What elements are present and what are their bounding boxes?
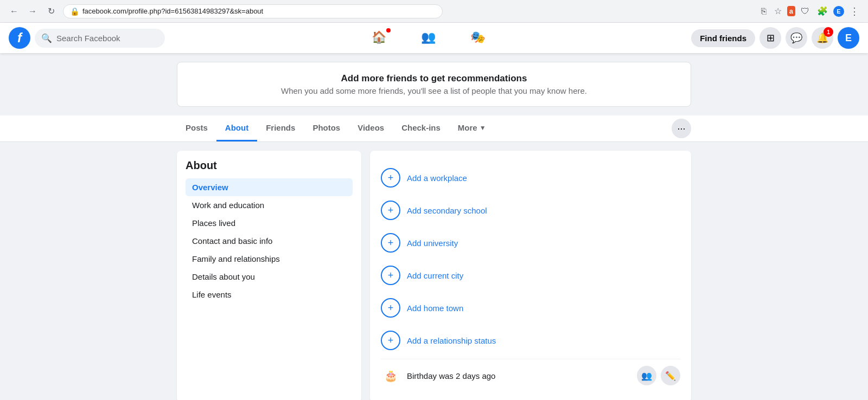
header-right: Find friends ⊞ 💬 🔔 1 E (691, 27, 859, 49)
home-notification-dot (386, 28, 391, 33)
find-friends-button[interactable]: Find friends (691, 29, 755, 47)
sidebar-item-details-about-you[interactable]: Details about you (186, 268, 353, 286)
birthday-edit-button[interactable]: ✏️ (661, 366, 680, 385)
profile-nav: Posts About Friends Photos Videos Check-… (0, 115, 868, 142)
browser-chrome: ← → ↻ 🔒 facebook.com/profile.php?id=6156… (0, 0, 868, 23)
plus-circle-icon: + (388, 205, 394, 215)
search-bar[interactable]: 🔍 (35, 29, 165, 48)
plus-circle-icon: + (388, 270, 394, 280)
back-button[interactable]: ← (7, 4, 22, 19)
about-sidebar: About Overview Work and education Places… (177, 151, 361, 400)
facebook-header: f 🔍 🏠 👥 🎭 Find friends ⊞ 💬 🔔 1 E (0, 23, 868, 53)
about-content: + Add a workplace + Add secondary school… (370, 151, 691, 400)
birthday-item: 🎂 Birthday was 2 days ago 👥 ✏️ (381, 359, 680, 392)
profile-nav-inner: Posts About Friends Photos Videos Check-… (168, 115, 700, 141)
url-text: facebook.com/profile.php?id=615638149832… (82, 7, 263, 15)
birthday-icon: 🎂 (381, 366, 400, 385)
add-workplace-item[interactable]: + Add a workplace (381, 162, 680, 194)
add-current-city-item[interactable]: + Add current city (381, 259, 680, 292)
tab-checkins[interactable]: Check-ins (393, 115, 449, 141)
sidebar-item-life-events[interactable]: Life events (186, 286, 353, 304)
cast-button[interactable]: ⎘ (759, 4, 769, 18)
add-workplace-icon: + (381, 168, 400, 188)
tab-friends[interactable]: Friends (257, 115, 304, 141)
sidebar-item-places-lived[interactable]: Places lived (186, 214, 353, 232)
people-icon: 👥 (641, 371, 652, 381)
add-relationship-icon: + (381, 331, 400, 350)
sidebar-item-contact-info[interactable]: Contact and basic info (186, 232, 353, 250)
home-icon: 🏠 (372, 30, 386, 44)
browser-nav: ← → ↻ (7, 4, 59, 19)
messenger-icon: 💬 (790, 32, 802, 44)
browser-actions: ⎘ ☆ a 🛡 🧩 E ⋮ (759, 3, 861, 20)
sidebar-item-work-education[interactable]: Work and education (186, 196, 353, 214)
dots-icon: ··· (677, 123, 685, 134)
add-relationship-label: Add a relationship status (407, 336, 496, 345)
plus-circle-icon: + (388, 173, 394, 183)
birthday-actions: 👥 ✏️ (637, 366, 680, 385)
refresh-button[interactable]: ↻ (43, 4, 59, 19)
tab-videos[interactable]: Videos (349, 115, 393, 141)
tab-photos[interactable]: Photos (304, 115, 349, 141)
profile-menu-button[interactable]: E (833, 6, 844, 17)
main-content: About Overview Work and education Places… (168, 151, 700, 400)
sidebar-item-family-relationships[interactable]: Family and relationships (186, 250, 353, 268)
plus-circle-icon: + (388, 303, 394, 313)
facebook-logo[interactable]: f (9, 27, 30, 49)
add-secondary-school-icon: + (381, 201, 400, 220)
birthday-text: Birthday was 2 days ago (407, 371, 630, 380)
recommendations-title: Add more friends to get recommendations (188, 73, 680, 84)
page-wrapper: Add more friends to get recommendations … (0, 53, 868, 400)
sidebar-item-overview[interactable]: Overview (186, 178, 353, 196)
add-current-city-icon: + (381, 266, 400, 285)
plus-circle-icon: + (388, 238, 394, 248)
add-relationship-item[interactable]: + Add a relationship status (381, 324, 680, 357)
chevron-down-icon: ▼ (480, 124, 486, 132)
puzzle-button[interactable]: 🧩 (815, 4, 830, 18)
add-secondary-school-item[interactable]: + Add secondary school (381, 194, 680, 227)
forward-button[interactable]: → (25, 4, 40, 19)
about-title: About (186, 159, 353, 172)
plus-circle-icon: + (388, 336, 394, 345)
add-secondary-school-label: Add secondary school (407, 206, 487, 215)
watch-icon: 🎭 (470, 30, 485, 44)
add-university-icon: + (381, 233, 400, 253)
add-current-city-label: Add current city (407, 271, 463, 280)
recommendations-subtitle: When you add some more friends, you'll s… (188, 86, 680, 95)
user-avatar[interactable]: E (838, 27, 859, 49)
nav-center: 🏠 👥 🎭 (169, 26, 687, 50)
tab-about[interactable]: About (216, 115, 257, 141)
tab-posts[interactable]: Posts (177, 115, 216, 141)
home-nav-button[interactable]: 🏠 (354, 26, 404, 50)
extensions-button[interactable]: a (787, 6, 795, 16)
grid-icon: ⊞ (767, 32, 775, 44)
add-home-town-icon: + (381, 298, 400, 318)
add-university-item[interactable]: + Add university (381, 227, 680, 259)
tab-more[interactable]: More ▼ (449, 115, 495, 141)
notifications-button[interactable]: 🔔 1 (812, 27, 833, 49)
bookmark-button[interactable]: ☆ (772, 4, 784, 18)
add-home-town-item[interactable]: + Add home town (381, 292, 680, 324)
birthday-audience-button[interactable]: 👥 (637, 366, 656, 385)
shield-button[interactable]: 🛡 (799, 4, 812, 18)
address-bar[interactable]: 🔒 facebook.com/profile.php?id=6156381498… (63, 4, 443, 18)
watch-nav-button[interactable]: 🎭 (453, 26, 502, 50)
notification-badge: 1 (824, 27, 833, 37)
grid-menu-button[interactable]: ⊞ (760, 27, 781, 49)
friends-icon: 👥 (421, 30, 436, 44)
recommendations-banner: Add more friends to get recommendations … (177, 62, 691, 107)
friends-nav-button[interactable]: 👥 (404, 26, 453, 50)
search-icon: 🔍 (41, 33, 52, 43)
pencil-icon: ✏️ (665, 371, 676, 381)
messenger-button[interactable]: 💬 (786, 27, 807, 49)
add-workplace-label: Add a workplace (407, 173, 467, 183)
add-home-town-label: Add home town (407, 304, 463, 313)
add-university-label: Add university (407, 238, 458, 248)
menu-button[interactable]: ⋮ (847, 3, 861, 20)
search-input[interactable] (56, 34, 158, 43)
more-options-button[interactable]: ··· (672, 119, 691, 138)
